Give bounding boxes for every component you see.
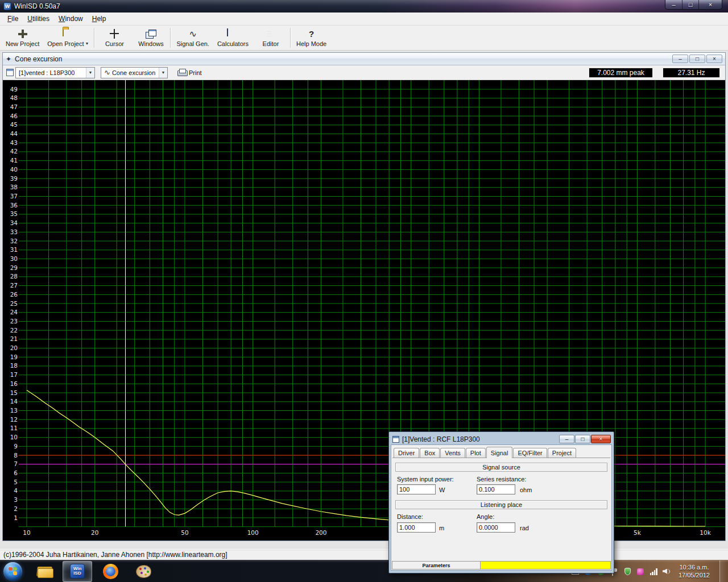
svg-text:35: 35 bbox=[10, 210, 18, 217]
plot-window-title: Cone excursion bbox=[15, 55, 62, 63]
project-selector[interactable]: [1]vented : L18P300 ▼ bbox=[15, 67, 95, 78]
svg-text:14: 14 bbox=[10, 398, 18, 405]
svg-text:24: 24 bbox=[10, 309, 18, 315]
plot-minimize-button[interactable]: – bbox=[672, 55, 688, 63]
new-project-button[interactable]: New Project bbox=[2, 26, 43, 50]
help-mode-button[interactable]: ? Help Mode bbox=[292, 26, 330, 50]
taskbar-paint-button[interactable] bbox=[129, 561, 158, 582]
cone-excursion-window: ✦ Cone excursion – □ × [1]vented : L18P3… bbox=[2, 52, 726, 541]
svg-text:5k: 5k bbox=[634, 529, 642, 536]
calculator-icon bbox=[227, 28, 228, 36]
project-form-icon bbox=[6, 69, 14, 76]
svg-text:20: 20 bbox=[10, 344, 18, 351]
peak-excursion-readout: 7.002 mm peak bbox=[589, 68, 653, 78]
window-caption-buttons: – □ × bbox=[665, 0, 722, 10]
excursion-chart[interactable]: 1234567891011121314151617181920212223242… bbox=[3, 80, 725, 541]
svg-text:5: 5 bbox=[14, 479, 18, 485]
dialog-titlebar[interactable]: [1]Vented : RCF L18P300 – □ × bbox=[391, 434, 612, 444]
svg-text:3: 3 bbox=[14, 496, 18, 503]
distance-field[interactable] bbox=[397, 522, 436, 533]
svg-text:49: 49 bbox=[10, 86, 18, 93]
cone-excursion-titlebar[interactable]: ✦ Cone excursion – □ × bbox=[3, 53, 725, 65]
taskbar-winisd-button[interactable]: WinISD bbox=[63, 561, 92, 582]
svg-text:37: 37 bbox=[10, 193, 18, 199]
show-desktop-button[interactable] bbox=[719, 560, 726, 582]
tab-eq-filter[interactable]: EQ/Filter bbox=[513, 448, 547, 458]
distance-unit: m bbox=[439, 525, 444, 531]
dialog-close-button[interactable]: × bbox=[591, 435, 611, 443]
angle-field[interactable] bbox=[477, 522, 515, 533]
svg-text:10: 10 bbox=[23, 529, 30, 536]
system-input-power-field[interactable] bbox=[397, 484, 436, 494]
svg-text:2: 2 bbox=[14, 505, 18, 512]
palette-icon bbox=[136, 565, 151, 578]
print-button[interactable]: Print bbox=[175, 68, 205, 77]
statusbar-text: (c)1996-2004 Juha Hartikainen, Janne Aho… bbox=[3, 551, 228, 559]
tab-signal[interactable]: Signal bbox=[486, 447, 513, 458]
app-title: WinISD 0.50a7 bbox=[14, 2, 60, 10]
signal-gen-button[interactable]: ∿ Signal Gen. bbox=[172, 26, 213, 50]
graph-type-selector[interactable]: ∿ Cone excursion ▼ bbox=[101, 67, 168, 78]
driver-parameters-dialog: [1]Vented : RCF L18P300 – □ × Driver Box… bbox=[388, 431, 614, 573]
svg-text:7: 7 bbox=[14, 460, 18, 467]
cursor-icon bbox=[109, 29, 120, 39]
menu-file[interactable]: File bbox=[3, 13, 23, 24]
series-resistance-field[interactable] bbox=[477, 484, 515, 494]
svg-text:25: 25 bbox=[10, 300, 18, 307]
parameters-tab[interactable]: Parameters bbox=[392, 561, 481, 569]
tab-box[interactable]: Box bbox=[420, 448, 440, 458]
network-signal-icon[interactable] bbox=[650, 567, 658, 576]
listening-place-header: Listening place bbox=[395, 500, 607, 509]
printer-icon bbox=[177, 69, 187, 76]
open-project-button[interactable]: Open Project ▼ bbox=[43, 26, 93, 50]
windows-button[interactable]: Windows bbox=[133, 26, 169, 50]
system-input-power-unit: W bbox=[439, 487, 445, 493]
winisd-icon: WinISD bbox=[70, 564, 85, 579]
chevron-down-icon[interactable]: ▼ bbox=[86, 68, 94, 78]
minimize-button[interactable]: – bbox=[665, 0, 682, 9]
angle-unit: rad bbox=[520, 525, 529, 531]
volume-speaker-icon[interactable] bbox=[663, 567, 671, 576]
start-button[interactable] bbox=[3, 562, 22, 581]
svg-text:12: 12 bbox=[10, 416, 18, 423]
svg-text:26: 26 bbox=[10, 291, 18, 298]
taskbar-explorer-button[interactable] bbox=[30, 561, 59, 582]
desktop-screen: W WinISD 0.50a7 – □ × File Utilities Win… bbox=[0, 0, 728, 582]
tab-plot[interactable]: Plot bbox=[466, 448, 486, 458]
cursor-button[interactable]: Cursor bbox=[96, 26, 133, 50]
calculators-button[interactable]: Calculators bbox=[213, 26, 253, 50]
firefox-icon bbox=[103, 564, 118, 579]
new-project-icon bbox=[17, 29, 28, 39]
series-resistance-unit: ohm bbox=[520, 487, 532, 493]
close-button[interactable]: × bbox=[698, 0, 722, 9]
taskbar-clock[interactable]: 10:36 a.m. 17/05/2012 bbox=[676, 563, 715, 579]
dialog-maximize-button[interactable]: □ bbox=[575, 435, 590, 443]
menu-utilities[interactable]: Utilities bbox=[23, 13, 54, 24]
tray-pink-app-icon[interactable] bbox=[636, 567, 645, 576]
windows-icon bbox=[145, 29, 156, 39]
sine-wave-icon: ∿ bbox=[104, 68, 110, 77]
tray-shield-icon[interactable] bbox=[623, 567, 632, 576]
plot-restore-button[interactable]: □ bbox=[689, 55, 705, 63]
svg-text:36: 36 bbox=[10, 202, 18, 209]
svg-text:4: 4 bbox=[14, 487, 18, 494]
maximize-button[interactable]: □ bbox=[682, 0, 698, 9]
tab-vents[interactable]: Vents bbox=[440, 448, 465, 458]
svg-text:41: 41 bbox=[10, 157, 18, 164]
svg-text:100: 100 bbox=[247, 529, 259, 536]
editor-button[interactable]: Editor bbox=[253, 26, 289, 50]
menu-help[interactable]: Help bbox=[88, 13, 111, 24]
chevron-down-icon[interactable]: ▼ bbox=[159, 68, 167, 78]
tab-driver[interactable]: Driver bbox=[394, 448, 419, 458]
svg-text:30: 30 bbox=[10, 255, 18, 262]
tab-project[interactable]: Project bbox=[548, 448, 576, 458]
open-project-dropdown-icon[interactable]: ▼ bbox=[85, 41, 89, 45]
dialog-minimize-button[interactable]: – bbox=[559, 435, 574, 443]
menu-window[interactable]: Window bbox=[54, 13, 88, 24]
taskbar-firefox-button[interactable] bbox=[96, 561, 125, 582]
excursion-plot-svg[interactable]: 1234567891011121314151617181920212223242… bbox=[3, 80, 725, 541]
plot-close-button[interactable]: × bbox=[706, 55, 722, 63]
svg-text:6: 6 bbox=[14, 469, 18, 476]
statusbar: (c)1996-2004 Juha Hartikainen, Janne Aho… bbox=[0, 549, 728, 560]
svg-text:42: 42 bbox=[10, 148, 18, 155]
